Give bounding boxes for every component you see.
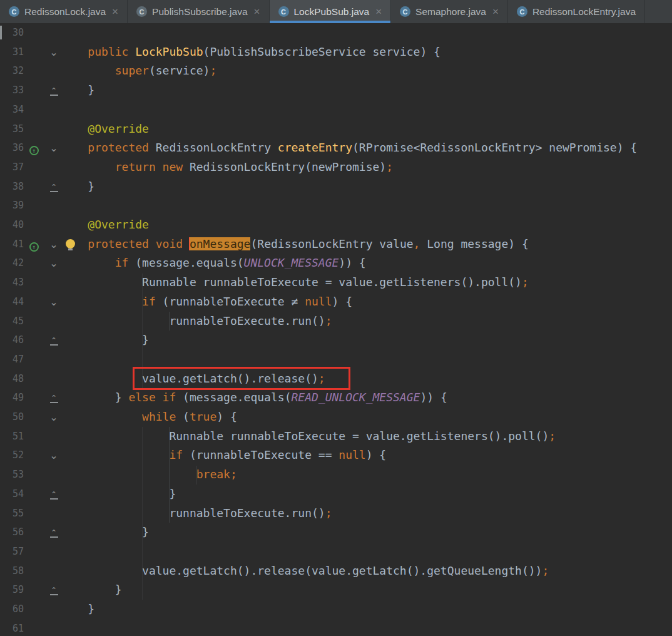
close-icon[interactable]: × [112,6,118,17]
tab-RedissonLockEntry.java[interactable]: CRedissonLockEntry.java [508,0,645,23]
code-line-52[interactable]: 52⌄ if (runnableToExecute == null) { [0,446,672,465]
line-number[interactable]: 49 [0,388,24,408]
line-number[interactable]: 35 [0,120,24,139]
code-line-43[interactable]: 43 Runnable runnableToExecute = value.ge… [0,273,672,292]
code-text: protected RedissonLockEntry createEntry(… [61,138,637,158]
fold-collapse-icon[interactable]: ⌄ [49,296,58,308]
line-number[interactable]: 53 [0,465,24,485]
fold-collapse-icon[interactable]: ⌄ [49,142,58,154]
line-number[interactable]: 50 [0,408,24,427]
line-number[interactable]: 43 [0,273,24,292]
line-number[interactable]: 58 [0,562,24,581]
line-number[interactable]: 56 [0,523,24,542]
line-number[interactable]: 37 [0,158,24,177]
line-number[interactable]: 40 [0,215,24,235]
code-line-50[interactable]: 50⌄ while (true) { [0,408,672,427]
fold-collapse-icon[interactable]: ⌄ [49,238,58,250]
line-number[interactable]: 33 [0,81,24,100]
fold-end-icon[interactable]: ⌃ [50,529,58,538]
code-line-45[interactable]: 45 runnableToExecute.run(); [0,312,672,331]
code-line-56[interactable]: 56⌃ } [0,523,672,542]
line-number[interactable]: 46 [0,331,24,350]
code-line-39[interactable]: 39 [0,196,672,215]
tab-PublishSubscribe.java[interactable]: CPublishSubscribe.java× [128,0,269,23]
code-line-30[interactable]: 30 [0,23,672,43]
line-number[interactable]: 32 [0,61,24,81]
fold-gutter-slot [48,312,59,331]
code-text: @Override [61,120,149,139]
line-number[interactable]: 60 [0,600,24,619]
line-number[interactable]: 38 [0,177,24,197]
overrides-method-icon[interactable]: ↑ [29,146,39,155]
fold-collapse-icon[interactable]: ⌄ [49,411,58,423]
indent-guide [169,427,170,523]
tab-RedissonLock.java[interactable]: CRedissonLock.java× [0,0,128,23]
line-number[interactable]: 41 [0,235,24,254]
line-number[interactable]: 36 [0,138,24,158]
close-icon[interactable]: × [492,6,499,17]
code-line-59[interactable]: 59⌃ } [0,580,672,600]
close-icon[interactable]: × [254,6,260,17]
close-icon[interactable]: × [375,6,382,17]
code-line-35[interactable]: 35 @Override [0,120,672,139]
line-number[interactable]: 48 [0,369,24,389]
code-line-42[interactable]: 42⌄ if (message.equals(UNLOCK_MESSAGE)) … [0,254,672,273]
line-number[interactable]: 44 [0,292,24,312]
code-line-51[interactable]: 51 Runnable runnableToExecute = value.ge… [0,427,672,446]
code-area[interactable]: 3031⌄ public LockPubSub(PublishSubscribe… [0,23,672,636]
code-line-44[interactable]: 44⌄ if (runnableToExecute ≠ null) { [0,292,672,312]
overrides-method-icon[interactable]: ↑ [29,242,39,252]
code-line-32[interactable]: 32 super(service); [0,61,672,81]
tab-LockPubSub.java[interactable]: CLockPubSub.java× [270,0,392,23]
fold-end-icon[interactable]: ⌃ [50,587,58,595]
line-number[interactable]: 52 [0,446,24,465]
code-line-48[interactable]: 48 value.getLatch().release(); [0,369,672,389]
code-line-47[interactable]: 47 [0,350,672,369]
fold-end-icon[interactable]: ⌃ [50,183,58,192]
line-number[interactable]: 39 [0,196,24,215]
java-class-icon: C [400,6,410,17]
line-number[interactable]: 55 [0,504,24,523]
fold-end-icon[interactable]: ⌃ [50,491,58,500]
code-line-61[interactable]: 61 [0,619,672,636]
fold-gutter-slot: ⌃ [48,388,59,408]
code-line-33[interactable]: 33⌃ } [0,81,672,100]
code-line-40[interactable]: 40 @Override [0,215,672,235]
code-line-36[interactable]: 36↑⌄ protected RedissonLockEntry createE… [0,138,672,158]
code-line-46[interactable]: 46⌃ } [0,331,672,350]
fold-gutter-slot: ⌃ [48,331,59,350]
line-number[interactable]: 42 [0,254,24,273]
code-line-60[interactable]: 60 } [0,600,672,619]
line-number[interactable]: 51 [0,427,24,446]
line-number[interactable]: 59 [0,580,24,600]
code-line-49[interactable]: 49⌃ } else if (message.equals(READ_UNLOC… [0,388,672,408]
fold-end-icon[interactable]: ⌃ [50,337,58,346]
editor[interactable]: 3031⌄ public LockPubSub(PublishSubscribe… [0,23,672,636]
fold-collapse-icon[interactable]: ⌄ [49,46,58,58]
code-line-38[interactable]: 38⌃ } [0,177,672,197]
line-number[interactable]: 30 [0,23,24,43]
code-line-55[interactable]: 55 runnableToExecute.run(); [0,504,672,523]
line-number[interactable]: 57 [0,542,24,562]
fold-collapse-icon[interactable]: ⌄ [49,257,58,269]
line-number[interactable]: 31 [0,43,24,62]
code-line-57[interactable]: 57 [0,542,672,562]
code-line-31[interactable]: 31⌄ public LockPubSub(PublishSubscribeSe… [0,43,672,62]
code-line-53[interactable]: 53 break; [0,465,672,485]
fold-end-icon[interactable]: ⌃ [50,87,58,96]
intention-bulb-icon[interactable] [66,239,75,249]
override-gutter-slot [27,23,41,43]
line-number[interactable]: 34 [0,100,24,120]
fold-collapse-icon[interactable]: ⌄ [49,449,58,461]
line-number[interactable]: 47 [0,350,24,369]
code-line-34[interactable]: 34 [0,100,672,120]
code-line-54[interactable]: 54⌃ } [0,485,672,504]
code-line-41[interactable]: 41↑⌄ protected void onMessage(RedissonLo… [0,235,672,254]
code-line-58[interactable]: 58 value.getLatch().release(value.getLat… [0,562,672,581]
line-number[interactable]: 45 [0,312,24,331]
line-number[interactable]: 61 [0,619,24,636]
fold-end-icon[interactable]: ⌃ [50,394,58,403]
code-line-37[interactable]: 37 return new RedissonLockEntry(newPromi… [0,158,672,177]
tab-Semaphore.java[interactable]: CSemaphore.java× [391,0,508,23]
line-number[interactable]: 54 [0,485,24,504]
